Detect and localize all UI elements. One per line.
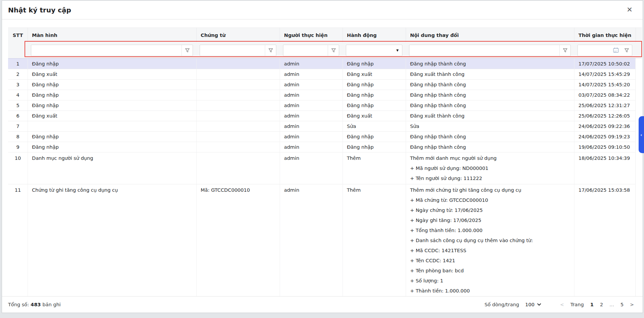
cell-man-hinh: Đăng nhập xyxy=(28,100,196,110)
table-row[interactable]: 7adminSửaSửa24/06/2025 09:22:36 xyxy=(8,121,636,132)
content-line: + Mã người sử dụng: ND000001 xyxy=(410,163,570,173)
filter-button-noi_dung[interactable] xyxy=(560,45,570,56)
content-line: Sửa xyxy=(410,121,570,131)
page-button-2[interactable]: 2 xyxy=(600,302,603,307)
column-header-man_hinh[interactable]: Màn hình xyxy=(28,28,196,42)
table-row[interactable]: 10Danh mục người sử dụngadminThêmThêm mớ… xyxy=(8,152,636,184)
cell-chung-tu xyxy=(196,59,280,69)
filter-input-nguoi_thuc_hien[interactable] xyxy=(283,45,328,56)
cell-hanh-dong: Đăng xuất xyxy=(343,111,406,121)
content-line: Đăng nhập thành công xyxy=(410,59,570,69)
rows-per-page-label: Số dòng/trang xyxy=(485,302,519,307)
column-header-nguoi_thuc_hien[interactable]: Người thực hiện xyxy=(280,28,343,42)
cell-stt: 8 xyxy=(8,132,28,142)
cell-nguoi-thuc-hien: admin xyxy=(280,59,343,69)
date-picker-button[interactable] xyxy=(610,45,621,56)
column-header-thoi_gian[interactable]: Thời gian thực hiện xyxy=(574,28,636,42)
panel-collapse-tab[interactable]: ‹ xyxy=(639,116,644,153)
column-header-noi_dung[interactable]: Nội dung thay đổi xyxy=(406,28,574,42)
cell-stt: 9 xyxy=(8,142,28,152)
filter-button-nguoi_thuc_hien[interactable] xyxy=(328,45,339,56)
next-page-button[interactable]: > xyxy=(630,302,634,307)
table-row[interactable]: 4Đăng nhậpadminĐăng nhậpĐăng nhập thành … xyxy=(8,90,636,100)
cell-stt: 11 xyxy=(8,184,28,296)
cell-thoi-gian: 17/07/2025 10:50:02 xyxy=(574,59,636,69)
dropdown-caret-icon: ▼ xyxy=(396,49,399,52)
cell-nguoi-thuc-hien: admin xyxy=(280,90,343,100)
filter-button-chung_tu[interactable] xyxy=(265,45,276,56)
cell-nguoi-thuc-hien: admin xyxy=(280,69,343,79)
filter-input-chung_tu[interactable] xyxy=(200,45,265,56)
column-header-stt[interactable]: STT xyxy=(8,28,28,42)
content-line: + Ngày ghi tăng: 17/06/2025 xyxy=(410,215,570,225)
cell-hanh-dong: Sửa xyxy=(343,121,406,131)
filter-button-thoi_gian[interactable] xyxy=(621,45,632,56)
pagination: < Trang 12...5 > xyxy=(560,302,634,307)
table-row[interactable]: 9Đăng nhậpadminĐăng nhậpĐăng nhập thành … xyxy=(8,142,636,152)
table-filter-row: ▼ xyxy=(8,42,642,58)
cell-chung-tu xyxy=(196,142,280,152)
access-log-modal: Nhật ký truy cập ✕ STTMàn hìnhChứng từNg… xyxy=(2,1,643,313)
content-line: + Tên phòng ban: bcd xyxy=(410,266,570,276)
cell-hanh-dong: Đăng nhập xyxy=(343,142,406,152)
cell-thoi-gian: 24/06/2025 09:19:23 xyxy=(574,132,636,142)
page-button-5[interactable]: 5 xyxy=(620,302,623,307)
total-count: 483 xyxy=(31,302,41,307)
cell-thoi-gian: 17/06/2025 15:03:58 xyxy=(574,184,636,296)
filter-cell-hanh_dong: ▼ xyxy=(343,42,406,58)
rows-per-page-select[interactable]: 100 xyxy=(525,302,541,307)
table-row[interactable]: 8Đăng nhậpadminĐăng nhậpĐăng nhập thành … xyxy=(8,132,636,142)
cell-chung-tu xyxy=(196,90,280,100)
chevron-left-icon: ‹ xyxy=(640,132,642,137)
cell-chung-tu xyxy=(196,80,280,90)
content-line: Đăng xuất thành công xyxy=(410,69,570,79)
chevron-down-icon xyxy=(537,303,541,306)
rows-per-page: Số dòng/trang 100 xyxy=(485,302,541,307)
cell-stt: 1 xyxy=(8,59,28,69)
cell-chung-tu xyxy=(196,111,280,121)
table-row[interactable]: 2Đăng xuấtadminĐăng xuấtĐăng xuất thành … xyxy=(8,69,636,80)
cell-man-hinh: Đăng xuất xyxy=(28,111,196,121)
table-row[interactable]: 3Đăng nhậpadminĐăng nhậpĐăng nhập thành … xyxy=(8,80,636,90)
table-footer: Tổng số:483bản ghi Số dòng/trang 100 < T… xyxy=(2,296,643,313)
cell-man-hinh xyxy=(28,121,196,131)
column-header-chung_tu[interactable]: Chứng từ xyxy=(196,28,280,42)
filter-cell-nguoi_thuc_hien xyxy=(280,42,343,58)
cell-noi-dung: Đăng xuất thành công xyxy=(406,111,574,121)
cell-chung-tu xyxy=(196,132,280,142)
filter-funnel-icon xyxy=(331,47,336,53)
filter-cell-thoi_gian xyxy=(574,42,636,58)
table-row[interactable]: 11Chứng từ ghi tăng công cụ dụng cụMã: G… xyxy=(8,184,636,296)
filter-input-man_hinh[interactable] xyxy=(31,45,182,56)
cell-nguoi-thuc-hien: admin xyxy=(280,121,343,131)
content-line: + Tên người sử dụng: 111222 xyxy=(410,173,570,183)
filter-cell-noi_dung xyxy=(406,42,574,58)
filter-control-man_hinh xyxy=(31,45,193,56)
cell-noi-dung: Sửa xyxy=(406,121,574,131)
prev-page-button[interactable]: < xyxy=(560,302,564,307)
cell-hanh-dong: Thêm xyxy=(343,152,406,184)
cell-noi-dung: Đăng nhập thành công xyxy=(406,142,574,152)
total-records: Tổng số:483bản ghi xyxy=(8,302,61,307)
close-button[interactable]: ✕ xyxy=(625,5,635,15)
filter-input-noi_dung[interactable] xyxy=(409,45,559,56)
content-line: + Tổng thành tiền: 1.000.000 xyxy=(410,225,570,235)
table-row[interactable]: 1Đăng nhậpadminĐăng nhậpĐăng nhập thành … xyxy=(8,58,636,69)
filter-button-man_hinh[interactable] xyxy=(182,45,193,56)
table-row[interactable]: 5Đăng nhậpadminĐăng nhậpĐăng nhập thành … xyxy=(8,100,636,111)
cell-man-hinh: Đăng nhập xyxy=(28,142,196,152)
filter-select-hanh_dong[interactable]: ▼ xyxy=(346,45,402,56)
filter-control-chung_tu xyxy=(200,45,276,56)
content-line: Đăng xuất thành công xyxy=(410,111,570,121)
content-line: + Thành tiền: 1.000.000 xyxy=(410,286,570,296)
page-button-1[interactable]: 1 xyxy=(590,302,594,307)
content-line: + Ngày chứng từ: 17/06/2025 xyxy=(410,205,570,215)
cell-chung-tu xyxy=(196,100,280,110)
filter-gutter xyxy=(636,42,642,58)
column-header-hanh_dong[interactable]: Hành động xyxy=(343,28,406,42)
table-row[interactable]: 6Đăng xuấtadminĐăng xuấtĐăng xuất thành … xyxy=(8,111,636,121)
filter-input-thoi_gian[interactable] xyxy=(578,45,610,56)
cell-noi-dung: Đăng nhập thành công xyxy=(406,132,574,142)
cell-hanh-dong: Đăng nhập xyxy=(343,80,406,90)
cell-nguoi-thuc-hien: admin xyxy=(280,132,343,142)
